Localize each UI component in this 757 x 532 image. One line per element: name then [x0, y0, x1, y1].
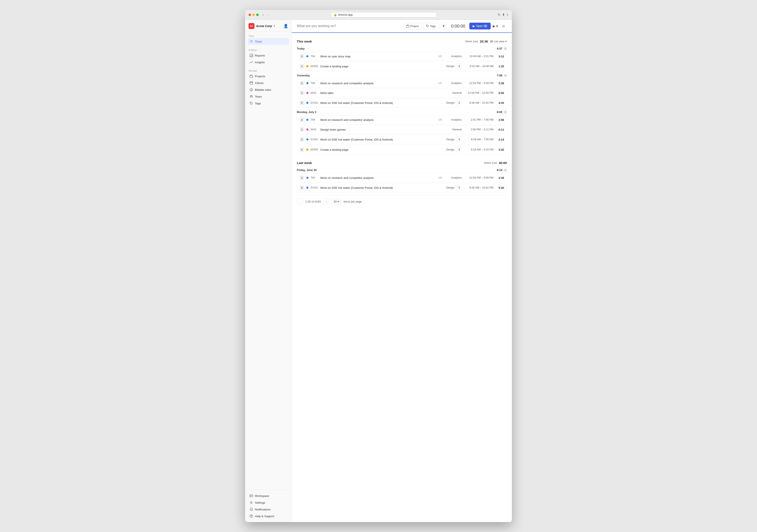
- entry-user: TIM: [311, 118, 318, 121]
- last-week-header: Last week Week total 40:00: [297, 159, 507, 166]
- entry-user: EVGN: [311, 102, 318, 104]
- entry-count: 1: [300, 64, 304, 69]
- entry-description: Design brain games: [320, 128, 436, 131]
- sidebar-item-help[interactable]: Help & Support: [248, 513, 289, 519]
- entry-duration: 2:39: [496, 176, 504, 179]
- prev-page-button[interactable]: ‹: [297, 198, 303, 204]
- settings-mode-button[interactable]: ⊙: [500, 23, 507, 29]
- last-week-total-time: 40:00: [499, 161, 507, 164]
- table-row: 1 MORE Create a landing page Design $ 9:…: [297, 62, 507, 71]
- pagination-range: 1-50 of 6183: [305, 200, 321, 203]
- monday-section: Monday, July 3 8:00 ⊞ 2 TIM Work on rese…: [297, 108, 507, 154]
- sidebar-item-projects[interactable]: Projects: [248, 73, 289, 79]
- sidebar-item-reports[interactable]: Reports: [248, 52, 289, 59]
- minimize-button[interactable]: [252, 14, 255, 16]
- project-button[interactable]: Project: [404, 23, 421, 29]
- billable-rates-icon: $: [249, 88, 253, 92]
- friday-section: Friday, June 30 8:14 ⊞ 2 TIM Work on res…: [297, 166, 507, 192]
- sidebar-item-notifications[interactable]: Notifications: [248, 506, 289, 513]
- table-row: 1 MAG Design brain games General 2:00 PM…: [297, 125, 507, 134]
- entry-description: Work on SSE hot water (Customer Portal, …: [320, 102, 429, 104]
- this-week-header: This week Week total 20:36: [297, 37, 507, 45]
- maximize-button[interactable]: [256, 14, 259, 16]
- table-row: 2 TIM Work on research and competitor an…: [297, 115, 507, 124]
- forward-button[interactable]: ›: [266, 13, 270, 17]
- traffic-lights: [249, 14, 259, 16]
- projects-icon: [249, 74, 253, 78]
- close-button[interactable]: [249, 14, 251, 16]
- per-page-chevron: ▾: [337, 200, 339, 203]
- entry-billable-icon[interactable]: $: [457, 185, 462, 190]
- user-profile-button[interactable]: 👤: [284, 24, 288, 28]
- entry-time-range: 9:23 AM – 10:48 AM: [464, 65, 494, 68]
- entry-billable-icon[interactable]: $: [457, 137, 462, 142]
- mode-buttons: ▶⏸ ⊙: [492, 23, 507, 29]
- entry-user: MORE: [311, 65, 318, 68]
- svg-point-13: [251, 103, 251, 103]
- items-per-page-label: Items per page: [343, 200, 362, 203]
- team-icon: [249, 95, 253, 99]
- entry-time-range: 8:26 AM – 10:42 PM: [464, 102, 494, 104]
- new-tab-button[interactable]: +: [506, 13, 508, 17]
- table-row: 2 TIM Work on research and competitor an…: [297, 79, 507, 88]
- reload-button[interactable]: ↻: [498, 13, 500, 17]
- address-bar[interactable]: 🔒 timeroo.app: [331, 12, 437, 17]
- per-page-selector[interactable]: 50 ▾: [332, 199, 341, 204]
- entry-user: EVGN: [311, 138, 318, 141]
- yesterday-actions-button[interactable]: ⊞: [504, 74, 507, 77]
- content-area: This week Week total 20:36: [292, 33, 512, 522]
- billable-toggle[interactable]: $: [440, 23, 447, 29]
- entry-duration: 1:25: [496, 65, 504, 68]
- sidebar-item-workspace[interactable]: Workspace: [248, 492, 289, 499]
- monday-actions-button[interactable]: ⊞: [504, 110, 507, 114]
- entry-project: Design: [440, 65, 454, 68]
- table-row: 6 EVGN Work on SSE hot water (Customer P…: [297, 183, 507, 192]
- manage-label: Manage: [248, 70, 289, 72]
- entry-billable-icon[interactable]: $: [457, 64, 462, 69]
- friday-actions-button[interactable]: ⊞: [504, 168, 507, 172]
- start-button[interactable]: ▶ Start N: [469, 23, 491, 29]
- table-row: 1 MAG MAG talks General 12:00 PM – 12:55…: [297, 88, 507, 97]
- entry-billable-icon[interactable]: $: [457, 100, 462, 105]
- sidebar-item-settings[interactable]: Settings: [248, 499, 289, 506]
- entry-count: 5: [300, 147, 304, 152]
- entry-duration: 4:25: [496, 102, 504, 104]
- entry-duration: 2:14: [496, 138, 504, 141]
- browser-chrome: ‹ › 🔒 timeroo.app ↻ ⬆ +: [245, 10, 512, 20]
- sidebar-item-team[interactable]: Team: [248, 93, 289, 100]
- tags-button[interactable]: Tags: [423, 23, 439, 29]
- entry-tag: UX: [439, 118, 445, 121]
- sidebar-item-tags[interactable]: Tags: [248, 100, 289, 107]
- reports-icon: [249, 53, 253, 57]
- friday-total: 8:14 ⊞: [497, 168, 507, 172]
- sidebar: AC Acme Corp ▾ 👤 Track ⏱ Timer Analyze: [245, 20, 292, 522]
- entry-project: Analytics: [447, 55, 462, 58]
- workspace-icon: [249, 494, 253, 498]
- sidebar-item-insights[interactable]: Insights: [248, 59, 289, 66]
- yesterday-total-time: 7:59: [497, 74, 502, 77]
- manual-mode-button[interactable]: ▶⏸: [492, 23, 499, 29]
- user-dot: [306, 177, 308, 179]
- time-entry-input[interactable]: [297, 24, 401, 28]
- today-actions-button[interactable]: ⊞: [504, 46, 507, 50]
- yesterday-header: Yesterday 7:59 ⊞: [297, 72, 507, 79]
- entry-billable-icon[interactable]: $: [457, 147, 462, 152]
- manage-section: Manage Projects: [245, 67, 291, 107]
- list-view-icon: [490, 40, 493, 43]
- last-week-section: Last week Week total 40:00 Friday, June …: [297, 159, 507, 192]
- user-dot: [306, 55, 308, 57]
- sidebar-item-billable-rates[interactable]: $ Billable rates: [248, 86, 289, 93]
- app-container: AC Acme Corp ▾ 👤 Track ⏱ Timer Analyze: [245, 20, 512, 522]
- sidebar-item-clients[interactable]: Clients: [248, 79, 289, 86]
- entry-time-range: 12:54 PM – 5:59 PM: [464, 176, 494, 179]
- next-page-button[interactable]: ›: [323, 198, 329, 204]
- entry-count: 6: [300, 101, 304, 105]
- share-button[interactable]: ⬆: [502, 13, 505, 17]
- user-dot: [306, 65, 308, 67]
- entry-project: Analytics: [447, 176, 462, 179]
- entry-project: General: [447, 91, 462, 94]
- list-view-button[interactable]: List view ▾: [490, 40, 507, 43]
- back-button[interactable]: ‹: [261, 13, 265, 17]
- sidebar-item-timer[interactable]: ⏱ Timer: [248, 38, 289, 45]
- workspace-selector[interactable]: AC Acme Corp ▾: [249, 23, 275, 29]
